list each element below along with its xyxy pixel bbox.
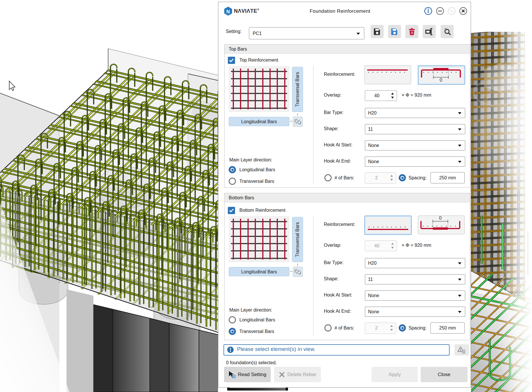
svg-text:N: N [226, 9, 230, 14]
svg-text:0: 0 [440, 78, 442, 82]
svg-text:W: W [476, 74, 481, 80]
svg-text:0: 0 [439, 216, 442, 220]
